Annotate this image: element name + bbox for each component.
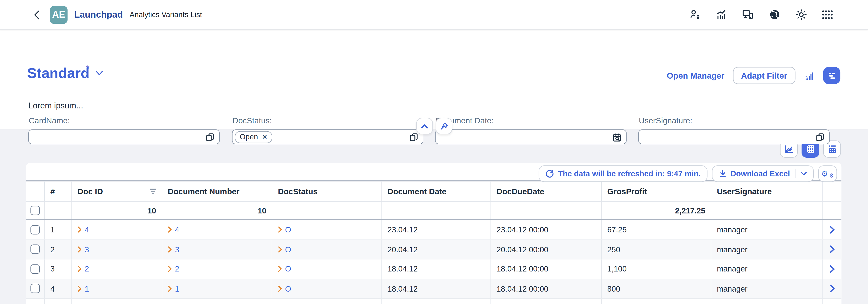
content-area: The data will be refreshed in: 9:47 min.… — [0, 129, 868, 304]
refresh-countdown-button[interactable]: The data will be refreshed in: 9:47 min. — [539, 165, 707, 182]
value-help-icon — [815, 132, 826, 143]
document-date-input[interactable] — [435, 129, 627, 144]
column-header-docduedate[interactable]: DocDueDate — [491, 181, 602, 201]
row-index: 1 — [45, 220, 72, 239]
expand-chevron-icon — [278, 266, 282, 272]
collapse-header-button[interactable] — [416, 118, 433, 134]
column-header-grosprofit[interactable]: GrosProfit — [602, 181, 711, 201]
header-description: Lorem ipsum... — [28, 101, 83, 110]
cardname-value-help-button[interactable] — [205, 132, 215, 143]
shell-left: AE Launchpad Analytics Variants List — [0, 6, 202, 24]
docstatus-value: O — [285, 245, 291, 254]
column-header-docstatus[interactable]: DocStatus — [272, 181, 382, 201]
totals-docstatus — [272, 202, 382, 219]
download-excel-button[interactable]: Download Excel — [712, 165, 814, 182]
column-header-doc-id[interactable]: Doc ID — [72, 181, 162, 201]
row-checkbox[interactable] — [31, 284, 40, 293]
app-logo-text: AE — [52, 9, 65, 20]
analytics-button[interactable] — [715, 8, 727, 21]
column-header-index[interactable]: # — [45, 181, 72, 201]
document-number-link[interactable]: 2 — [168, 265, 179, 273]
doc-id-link[interactable]: 3 — [78, 245, 89, 254]
user-settings-icon — [689, 9, 701, 20]
back-button[interactable] — [31, 8, 43, 21]
globe-button[interactable] — [768, 8, 780, 21]
chevron-down-icon[interactable] — [800, 171, 807, 176]
doc-id-link[interactable]: 4 — [78, 225, 89, 234]
devices-button[interactable] — [742, 8, 754, 21]
column-header-usersignature[interactable]: UserSignature — [711, 181, 823, 201]
table-row-partial — [26, 299, 841, 304]
doc-id-link[interactable]: 1 — [78, 284, 89, 293]
adapt-filter-button[interactable]: Adapt Filter — [733, 67, 796, 84]
select-all-checkbox[interactable] — [31, 206, 40, 215]
chevron-right-icon — [829, 284, 835, 293]
header-nav-cell — [823, 181, 841, 201]
theme-button[interactable] — [795, 8, 807, 21]
app-logo[interactable]: AE — [50, 6, 67, 24]
filter-chart-toggle-button[interactable] — [804, 70, 815, 81]
chevron-right-icon — [829, 226, 835, 234]
filter-fields-icon — [827, 70, 837, 80]
chart-view-icon — [784, 144, 794, 155]
document-number-link[interactable]: 4 — [168, 225, 179, 234]
date-picker-button[interactable] — [612, 132, 622, 143]
docduedate-cell: 20.04.12 00:00 — [491, 240, 602, 259]
row-navigation-button[interactable] — [829, 284, 835, 293]
table-view-icon — [805, 144, 816, 155]
docstatus-link[interactable]: O — [278, 284, 291, 293]
docstatus-token[interactable]: Open ✕ — [235, 131, 272, 143]
filter-docstatus: DocStatus: Open ✕ — [232, 116, 423, 144]
docstatus-value: O — [285, 225, 291, 234]
button-divider — [795, 169, 796, 178]
date-picker-icon — [612, 132, 622, 143]
variant-selector[interactable]: Standard * — [27, 65, 103, 81]
document-number-link[interactable]: 3 — [168, 245, 179, 254]
app-finder-button[interactable] — [822, 8, 834, 21]
cardname-input[interactable] — [28, 129, 220, 144]
gear-icon: ⚙ — [821, 170, 828, 177]
docstatus-link[interactable]: O — [278, 245, 291, 254]
docstatus-link[interactable]: O — [278, 265, 291, 273]
pin-header-button[interactable] — [436, 118, 452, 134]
document-number-link[interactable]: 1 — [168, 284, 179, 293]
usersignature-cell: manager — [711, 240, 823, 259]
expand-chevron-icon — [168, 285, 172, 292]
row-checkbox[interactable] — [31, 225, 40, 234]
column-header-document-date[interactable]: Document Date — [382, 181, 491, 201]
token-remove-icon[interactable]: ✕ — [262, 133, 268, 141]
docstatus-link[interactable]: O — [278, 225, 291, 234]
doc-id-link[interactable]: 2 — [78, 265, 89, 273]
column-header-document-number[interactable]: Document Number — [162, 181, 272, 201]
table-header-row: # Doc ID Document Number DocStatus Docum… — [26, 180, 841, 202]
filter-bar-toggle-button[interactable] — [823, 67, 840, 84]
table-card: The data will be refreshed in: 9:47 min.… — [26, 163, 841, 304]
table-row: 1 4 4 O 23.04.12 23.04.12 00:00 67.25 ma… — [26, 220, 841, 240]
row-index: 4 — [45, 279, 72, 298]
doc-id-value: 2 — [85, 265, 89, 273]
row-navigation-button[interactable] — [829, 226, 835, 234]
usersignature-value-help-button[interactable] — [815, 132, 826, 143]
row-checkbox[interactable] — [31, 264, 40, 274]
expand-chevron-icon — [278, 226, 282, 233]
document-date-cell: 23.04.12 — [382, 220, 491, 239]
filter-usersignature: UserSignature: — [638, 116, 830, 144]
pin-icon — [439, 122, 448, 131]
document-date-cell: 20.04.12 — [382, 240, 491, 259]
open-manager-link[interactable]: Open Manager — [667, 71, 724, 80]
user-settings-button[interactable] — [689, 8, 701, 21]
row-navigation-button[interactable] — [829, 265, 835, 273]
totals-usersignature — [711, 202, 823, 219]
totals-docduedate — [491, 202, 602, 219]
usersignature-cell: manager — [711, 279, 823, 298]
table-settings-button[interactable]: ⚙⚙ — [818, 165, 837, 182]
filter-bar-controls — [416, 118, 452, 134]
row-checkbox[interactable] — [31, 245, 40, 254]
doc-id-value: 4 — [85, 225, 89, 234]
row-navigation-button[interactable] — [829, 245, 835, 254]
docstatus-input[interactable]: Open ✕ — [232, 129, 423, 144]
globe-icon — [769, 9, 780, 20]
docduedate-cell: 23.04.12 00:00 — [491, 220, 602, 239]
usersignature-input[interactable] — [638, 129, 830, 144]
document-number-value: 4 — [175, 225, 179, 234]
